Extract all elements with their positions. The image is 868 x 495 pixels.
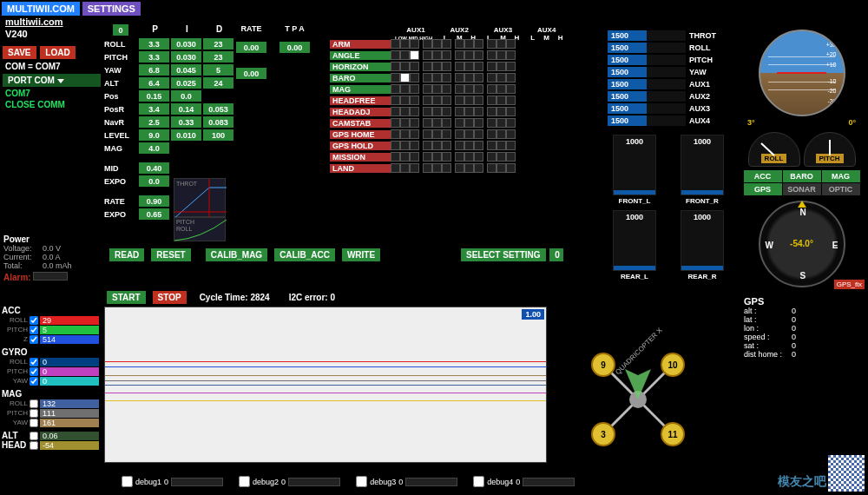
gyro-pitch-checkbox[interactable] xyxy=(30,367,38,376)
rate-pitch-roll[interactable]: 0.00 xyxy=(236,42,266,53)
mode-MAG-aux4-0[interactable] xyxy=(487,84,496,94)
mode-BARO-aux1-2[interactable] xyxy=(410,73,419,82)
mode-CAMSTAB-aux2-0[interactable] xyxy=(423,118,432,128)
mode-ANGLE-aux3-1[interactable] xyxy=(464,50,474,60)
mode-HEADADJ-aux1-2[interactable] xyxy=(410,107,419,116)
mode-GPS HOME-aux4-1[interactable] xyxy=(496,129,506,139)
mode-HEADFREE-aux2-0[interactable] xyxy=(423,96,432,105)
mode-GPS HOLD-aux4-2[interactable] xyxy=(506,141,516,150)
mode-ANGLE-aux2-1[interactable] xyxy=(432,50,442,60)
mode-ARM-aux1-1[interactable] xyxy=(400,39,410,49)
mode-BARO-aux4-1[interactable] xyxy=(496,73,506,82)
mid-value[interactable]: 0.40 xyxy=(139,162,169,174)
mode-HORIZON-aux4-2[interactable] xyxy=(506,62,516,71)
mode-MISSION-aux3-1[interactable] xyxy=(464,152,474,162)
pid-LEVEL-p[interactable]: 9.0 xyxy=(139,129,169,141)
mode-GPS HOME-aux4-0[interactable] xyxy=(487,129,496,139)
pid-Pos-i[interactable]: 0.0 xyxy=(171,90,201,102)
mode-HEADADJ-aux2-2[interactable] xyxy=(442,107,451,116)
mode-BARO-aux2-1[interactable] xyxy=(432,73,442,82)
mode-HORIZON-aux2-2[interactable] xyxy=(442,62,451,71)
pid-PITCH-p[interactable]: 3.3 xyxy=(139,51,169,63)
mode-HORIZON-aux1-1[interactable] xyxy=(400,62,410,71)
mode-MISSION-aux3-0[interactable] xyxy=(455,152,464,162)
mode-LAND-aux1-1[interactable] xyxy=(400,163,410,173)
save-button[interactable]: SAVE xyxy=(3,46,36,59)
mode-ANGLE-aux4-2[interactable] xyxy=(506,50,516,60)
mode-HEADADJ-aux4-0[interactable] xyxy=(487,107,496,116)
rate-value[interactable]: 0.90 xyxy=(139,195,169,207)
mode-HEADADJ-aux2-0[interactable] xyxy=(423,107,432,116)
mode-GPS HOLD-aux4-0[interactable] xyxy=(487,141,496,150)
debug4-checkbox[interactable] xyxy=(473,476,484,487)
mode-MAG-aux1-1[interactable] xyxy=(400,84,410,94)
mode-HEADADJ-aux3-1[interactable] xyxy=(464,107,474,116)
mode-GPS HOLD-aux1-0[interactable] xyxy=(391,141,400,150)
mode-HEADADJ-aux4-1[interactable] xyxy=(496,107,506,116)
read-button[interactable]: READ xyxy=(109,248,144,261)
mode-ARM-aux3-2[interactable] xyxy=(474,39,483,49)
mode-MISSION-aux4-2[interactable] xyxy=(506,152,516,162)
mode-GPS HOME-aux1-0[interactable] xyxy=(391,129,400,139)
mode-CAMSTAB-aux3-0[interactable] xyxy=(455,118,464,128)
mode-HEADFREE-aux4-0[interactable] xyxy=(487,96,496,105)
mode-HORIZON-aux3-1[interactable] xyxy=(464,62,474,71)
mag-yaw-checkbox[interactable] xyxy=(30,419,38,427)
mode-HEADADJ-aux1-1[interactable] xyxy=(400,107,410,116)
site-link[interactable]: multiwii.com xyxy=(2,16,102,28)
mode-GPS HOME-aux3-1[interactable] xyxy=(464,129,474,139)
mode-MISSION-aux3-2[interactable] xyxy=(474,152,483,162)
mode-CAMSTAB-aux2-1[interactable] xyxy=(432,118,442,128)
head-checkbox[interactable] xyxy=(30,441,38,450)
tab-multiwii[interactable]: MULTIWII.COM xyxy=(2,2,80,16)
mode-GPS HOLD-aux1-1[interactable] xyxy=(400,141,410,150)
mode-BARO-aux4-0[interactable] xyxy=(487,73,496,82)
mode-ARM-aux4-1[interactable] xyxy=(496,39,506,49)
tpa-value[interactable]: 0.00 xyxy=(279,42,310,53)
port-dropdown[interactable]: PORT COM xyxy=(3,74,101,87)
pid-PosR-d[interactable]: 0.053 xyxy=(203,103,233,115)
mode-GPS HOLD-aux2-0[interactable] xyxy=(423,141,432,150)
mode-GPS HOLD-aux4-1[interactable] xyxy=(496,141,506,150)
mode-GPS HOME-aux2-1[interactable] xyxy=(432,129,442,139)
close-comm-button[interactable]: CLOSE COMM xyxy=(2,99,102,110)
mode-ARM-aux4-2[interactable] xyxy=(506,39,516,49)
pid-Pos-p[interactable]: 0.15 xyxy=(139,90,169,102)
mode-HEADFREE-aux3-0[interactable] xyxy=(455,96,464,105)
mode-ANGLE-aux3-0[interactable] xyxy=(455,50,464,60)
mode-MAG-aux4-2[interactable] xyxy=(506,84,516,94)
mode-LAND-aux3-1[interactable] xyxy=(464,163,474,173)
mode-ARM-aux1-0[interactable] xyxy=(391,39,400,49)
mode-HORIZON-aux2-1[interactable] xyxy=(432,62,442,71)
mode-BARO-aux3-0[interactable] xyxy=(455,73,464,82)
mode-ANGLE-aux1-2[interactable] xyxy=(410,50,419,60)
mode-ANGLE-aux1-0[interactable] xyxy=(391,50,400,60)
mode-HORIZON-aux3-2[interactable] xyxy=(474,62,483,71)
debug2-checkbox[interactable] xyxy=(239,476,250,487)
pid-NavR-d[interactable]: 0.083 xyxy=(203,116,233,128)
calib-mag-button[interactable]: CALIB_MAG xyxy=(206,248,267,261)
mode-HORIZON-aux2-0[interactable] xyxy=(423,62,432,71)
mode-HEADFREE-aux1-1[interactable] xyxy=(400,96,410,105)
mode-GPS HOME-aux2-0[interactable] xyxy=(423,129,432,139)
mode-HORIZON-aux3-0[interactable] xyxy=(455,62,464,71)
pid-LEVEL-d[interactable]: 100 xyxy=(203,129,233,141)
mode-ARM-aux2-0[interactable] xyxy=(423,39,432,49)
mode-GPS HOME-aux2-2[interactable] xyxy=(442,129,451,139)
pid-ROLL-d[interactable]: 23 xyxy=(203,38,233,50)
pid-PITCH-i[interactable]: 0.030 xyxy=(171,51,201,63)
mode-ARM-aux1-2[interactable] xyxy=(410,39,419,49)
stop-button[interactable]: STOP xyxy=(153,291,187,304)
mode-HEADFREE-aux4-1[interactable] xyxy=(496,96,506,105)
mode-ANGLE-aux2-2[interactable] xyxy=(442,50,451,60)
mode-MAG-aux3-1[interactable] xyxy=(464,84,474,94)
mode-ANGLE-aux2-0[interactable] xyxy=(423,50,432,60)
mode-HEADFREE-aux3-2[interactable] xyxy=(474,96,483,105)
mode-LAND-aux3-0[interactable] xyxy=(455,163,464,173)
mode-HORIZON-aux4-1[interactable] xyxy=(496,62,506,71)
mode-ARM-aux2-1[interactable] xyxy=(432,39,442,49)
mode-BARO-aux3-2[interactable] xyxy=(474,73,483,82)
mode-LAND-aux1-0[interactable] xyxy=(391,163,400,173)
mode-BARO-aux2-0[interactable] xyxy=(423,73,432,82)
mode-LAND-aux4-1[interactable] xyxy=(496,163,506,173)
